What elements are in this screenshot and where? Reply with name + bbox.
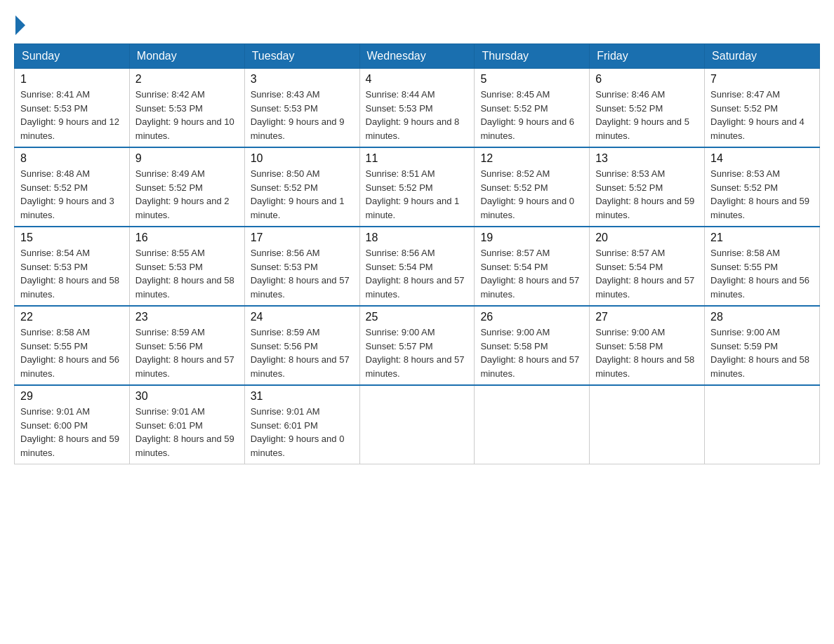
calendar-day-cell: 17 Sunrise: 8:56 AM Sunset: 5:53 PM Dayl… [244,227,359,306]
daylight-label: Daylight: 8 hours and 56 minutes. [20,354,119,379]
day-number: 16 [135,232,239,244]
sunset-label: Sunset: 5:53 PM [20,103,88,114]
daylight-label: Daylight: 8 hours and 57 minutes. [251,275,350,300]
day-info: Sunrise: 8:57 AM Sunset: 5:54 PM Dayligh… [480,246,583,301]
daylight-label: Daylight: 8 hours and 59 minutes. [595,196,694,220]
daylight-label: Daylight: 9 hours and 1 minute. [251,196,345,220]
sunset-label: Sunset: 5:56 PM [135,341,203,351]
calendar-day-cell: 12 Sunrise: 8:52 AM Sunset: 5:52 PM Dayl… [475,147,590,227]
sunset-label: Sunset: 5:53 PM [135,262,203,272]
calendar-day-cell [590,385,705,464]
daylight-label: Daylight: 9 hours and 6 minutes. [480,116,574,141]
sunset-label: Sunset: 6:01 PM [135,420,203,431]
day-number: 10 [251,152,354,165]
calendar-day-cell: 18 Sunrise: 8:56 AM Sunset: 5:54 PM Dayl… [359,227,475,306]
daylight-label: Daylight: 8 hours and 56 minutes. [710,275,809,300]
daylight-label: Daylight: 8 hours and 57 minutes. [480,275,579,300]
calendar-day-cell: 31 Sunrise: 9:01 AM Sunset: 6:01 PM Dayl… [244,385,359,464]
day-info: Sunrise: 9:01 AM Sunset: 6:01 PM Dayligh… [251,405,354,459]
day-number: 17 [251,232,354,244]
calendar-day-cell: 28 Sunrise: 9:00 AM Sunset: 5:59 PM Dayl… [705,306,820,385]
calendar-day-cell: 15 Sunrise: 8:54 AM Sunset: 5:53 PM Dayl… [15,227,130,306]
weekday-header-friday: Friday [590,44,705,69]
daylight-label: Daylight: 8 hours and 59 minutes. [710,196,809,220]
day-number: 18 [366,232,469,244]
daylight-label: Daylight: 8 hours and 57 minutes. [135,354,234,379]
sunset-label: Sunset: 5:55 PM [20,341,88,351]
daylight-label: Daylight: 9 hours and 5 minutes. [595,116,689,141]
sunrise-label: Sunrise: 8:44 AM [366,89,435,100]
sunrise-label: Sunrise: 8:52 AM [480,168,550,179]
day-number: 27 [595,311,699,323]
sunrise-label: Sunrise: 8:46 AM [595,89,665,100]
calendar-day-cell [705,385,820,464]
sunrise-label: Sunrise: 8:55 AM [135,248,205,258]
day-info: Sunrise: 8:45 AM Sunset: 5:52 PM Dayligh… [480,88,583,142]
sunset-label: Sunset: 5:59 PM [710,341,778,351]
day-number: 11 [366,152,469,165]
calendar-day-cell: 4 Sunrise: 8:44 AM Sunset: 5:53 PM Dayli… [359,69,475,148]
calendar-day-cell: 30 Sunrise: 9:01 AM Sunset: 6:01 PM Dayl… [129,385,244,464]
sunrise-label: Sunrise: 8:56 AM [251,248,320,258]
sunrise-label: Sunrise: 8:53 AM [595,168,665,179]
daylight-label: Daylight: 9 hours and 1 minute. [366,196,460,220]
daylight-label: Daylight: 8 hours and 57 minutes. [595,275,694,300]
day-number: 19 [480,232,583,244]
sunrise-label: Sunrise: 8:51 AM [366,168,435,179]
daylight-label: Daylight: 8 hours and 57 minutes. [251,354,350,379]
sunrise-label: Sunrise: 9:00 AM [480,327,550,337]
sunrise-label: Sunrise: 9:00 AM [710,327,780,337]
day-info: Sunrise: 8:41 AM Sunset: 5:53 PM Dayligh… [20,88,124,142]
day-number: 12 [480,152,583,165]
daylight-label: Daylight: 9 hours and 12 minutes. [20,116,119,141]
sunset-label: Sunset: 5:53 PM [20,262,88,272]
day-number: 9 [135,152,239,165]
sunrise-label: Sunrise: 9:00 AM [595,327,665,337]
calendar-day-cell: 1 Sunrise: 8:41 AM Sunset: 5:53 PM Dayli… [15,69,130,148]
day-info: Sunrise: 8:44 AM Sunset: 5:53 PM Dayligh… [366,88,469,142]
sunrise-label: Sunrise: 8:54 AM [20,248,90,258]
daylight-label: Daylight: 9 hours and 0 minutes. [480,196,574,220]
logo-triangle-icon [15,15,25,35]
weekday-header-tuesday: Tuesday [244,44,359,69]
calendar-table: SundayMondayTuesdayWednesdayThursdayFrid… [14,43,820,464]
day-number: 24 [251,311,354,323]
calendar-day-cell: 8 Sunrise: 8:48 AM Sunset: 5:52 PM Dayli… [15,147,130,227]
day-info: Sunrise: 9:01 AM Sunset: 6:01 PM Dayligh… [135,405,239,459]
sunset-label: Sunset: 6:00 PM [20,420,88,431]
day-number: 7 [710,73,814,86]
weekday-header-sunday: Sunday [15,44,130,69]
sunset-label: Sunset: 5:53 PM [366,103,433,114]
day-info: Sunrise: 9:00 AM Sunset: 5:58 PM Dayligh… [595,326,699,380]
sunrise-label: Sunrise: 8:59 AM [135,327,205,337]
sunset-label: Sunset: 5:52 PM [595,182,663,193]
sunrise-label: Sunrise: 9:01 AM [135,406,205,417]
weekday-header-monday: Monday [129,44,244,69]
sunset-label: Sunset: 5:52 PM [710,103,778,114]
day-number: 26 [480,311,583,323]
sunset-label: Sunset: 5:58 PM [480,341,548,351]
day-info: Sunrise: 8:51 AM Sunset: 5:52 PM Dayligh… [366,167,469,222]
calendar-week-row: 22 Sunrise: 8:58 AM Sunset: 5:55 PM Dayl… [15,306,820,385]
sunset-label: Sunset: 5:57 PM [366,341,433,351]
day-number: 4 [366,73,469,86]
daylight-label: Daylight: 8 hours and 59 minutes. [20,434,119,458]
sunrise-label: Sunrise: 8:48 AM [20,168,90,179]
sunset-label: Sunset: 6:01 PM [251,420,318,431]
sunrise-label: Sunrise: 8:58 AM [20,327,90,337]
day-number: 28 [710,311,814,323]
sunset-label: Sunset: 5:52 PM [710,182,778,193]
calendar-day-cell: 22 Sunrise: 8:58 AM Sunset: 5:55 PM Dayl… [15,306,130,385]
sunrise-label: Sunrise: 8:49 AM [135,168,205,179]
daylight-label: Daylight: 9 hours and 9 minutes. [251,116,345,141]
day-info: Sunrise: 8:48 AM Sunset: 5:52 PM Dayligh… [20,167,124,222]
calendar-day-cell: 27 Sunrise: 9:00 AM Sunset: 5:58 PM Dayl… [590,306,705,385]
day-info: Sunrise: 8:54 AM Sunset: 5:53 PM Dayligh… [20,246,124,301]
day-number: 30 [135,390,239,403]
sunrise-label: Sunrise: 8:42 AM [135,89,205,100]
day-number: 22 [20,311,124,323]
calendar-day-cell [359,385,475,464]
daylight-label: Daylight: 8 hours and 58 minutes. [20,275,119,300]
daylight-label: Daylight: 9 hours and 3 minutes. [20,196,114,220]
sunset-label: Sunset: 5:54 PM [366,262,433,272]
